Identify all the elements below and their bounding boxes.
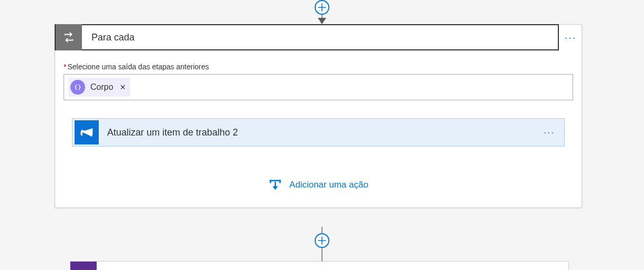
connector-line — [321, 227, 323, 233]
nested-action-title: Atualizar um item de trabalho 2 — [99, 127, 534, 138]
plus-icon — [318, 236, 326, 245]
loop-container-card: Para cada ··· *Selecione uma saída das e… — [55, 24, 582, 208]
arrow-down-icon — [318, 18, 326, 24]
azure-devops-icon — [75, 120, 99, 144]
dynamic-content-icon — [70, 80, 85, 95]
output-field-label: *Selecione uma saída das etapas anterior… — [64, 63, 573, 71]
teams-icon — [70, 262, 97, 270]
nested-action-menu-button[interactable]: ··· — [534, 127, 564, 138]
token-label: Corpo — [89, 82, 115, 92]
loop-card-body: *Selecione uma saída das etapas anterior… — [55, 50, 581, 207]
loop-card-title: Para cada — [82, 32, 558, 43]
svg-rect-2 — [279, 180, 281, 183]
loop-icon — [56, 24, 82, 50]
required-asterisk: * — [64, 63, 66, 71]
add-step-button-top[interactable] — [315, 0, 329, 15]
top-connector — [315, 0, 329, 24]
token-remove-button[interactable]: ✕ — [119, 83, 127, 91]
loop-card-menu-button[interactable]: ··· — [560, 27, 581, 48]
svg-rect-0 — [269, 180, 281, 181]
nested-action-card[interactable]: Atualizar um item de trabalho 2 ··· — [72, 118, 565, 147]
output-token-input[interactable]: Corpo ✕ — [64, 74, 573, 100]
add-action-label: Adicionar uma ação — [289, 180, 368, 190]
add-step-button-bottom[interactable] — [315, 233, 329, 248]
plus-icon — [318, 3, 326, 12]
token-chip[interactable]: Corpo ✕ — [68, 78, 130, 97]
next-action-card[interactable]: Postar mensagem do Flow de novo no canal… — [70, 261, 569, 270]
add-action-button[interactable]: Adicionar uma ação — [64, 178, 573, 192]
svg-rect-1 — [269, 180, 271, 183]
insert-action-icon — [268, 178, 282, 192]
loop-card-header[interactable]: Para cada ··· — [55, 24, 559, 50]
